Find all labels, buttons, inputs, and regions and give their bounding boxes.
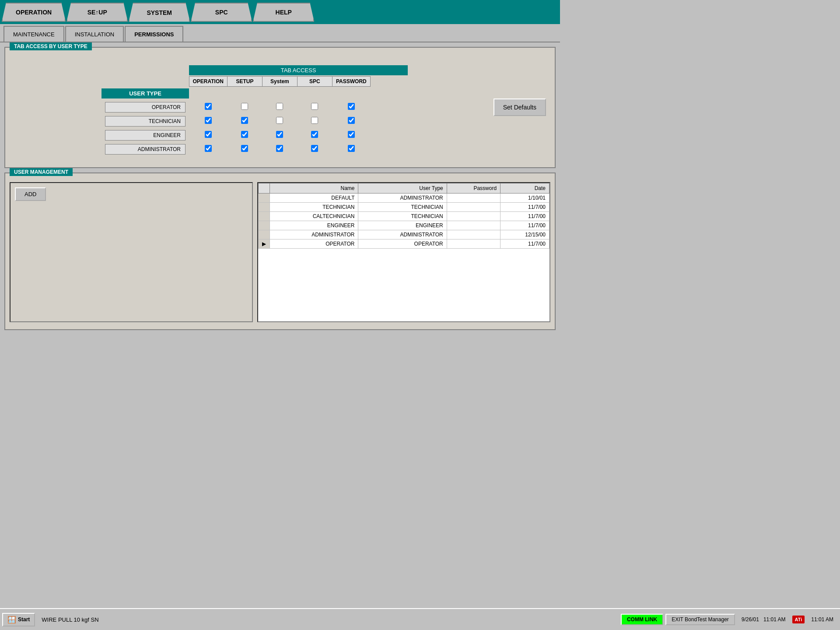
tab-help[interactable]: HELP [253, 3, 314, 22]
list-item[interactable]: TECHNICIAN TECHNICIAN 11/7/00 [259, 202, 550, 211]
user-date-2: 11/7/00 [500, 211, 550, 221]
tab-access-panel-title: TAB ACCESS BY USER TYPE [10, 42, 92, 50]
technician-setup-check[interactable] [227, 114, 262, 128]
technician-password-check[interactable] [332, 114, 370, 128]
user-type-cell-admin: ADMINISTRATOR [102, 142, 189, 156]
user-password-1 [447, 202, 500, 211]
engineer-operation-check[interactable] [189, 128, 227, 142]
col-header-name: Name [270, 183, 358, 193]
user-date-5: 11/7/00 [500, 239, 550, 248]
second-navigation: MAINTENANCE INSTALLATION PERMISSIONS [0, 24, 560, 42]
empty-cell [102, 77, 189, 87]
engineer-spc-check[interactable] [297, 128, 332, 142]
col-header-indicator [259, 183, 270, 193]
user-type-cell-engineer: ENGINEER [102, 128, 189, 142]
engineer-setup-check[interactable] [227, 128, 262, 142]
engineer-password-check[interactable] [332, 128, 370, 142]
tab-access-right: TAB ACCESS OPERATION SETUP System SPC PA… [102, 65, 480, 156]
user-date-1: 11/7/00 [500, 202, 550, 211]
user-password-0 [447, 193, 500, 202]
user-type-cell-technician: TECHNICIAN [102, 114, 189, 128]
col-header-date: Date [500, 183, 550, 193]
user-password-5 [447, 239, 500, 248]
technician-system-check[interactable] [262, 114, 297, 128]
set-defaults-container: Set Defaults [480, 65, 546, 92]
admin-system-check[interactable] [262, 142, 297, 156]
admin-setup-check[interactable] [227, 142, 262, 156]
user-date-3: 11/7/00 [500, 221, 550, 230]
tab-setup[interactable]: SE↑UP [66, 3, 128, 22]
top-navigation: OPERATION SE↑UP SYSTEM SPC HELP [0, 0, 560, 24]
list-item[interactable]: CALTECHNICIAN TECHNICIAN 11/7/00 [259, 211, 550, 221]
user-type-row: USER TYPE [102, 87, 370, 100]
tab-operation[interactable]: OPERATION [2, 3, 66, 22]
row-indicator-4 [259, 230, 270, 239]
col-header-setup: SETUP [227, 77, 262, 87]
tab-permissions[interactable]: PERMISSIONS [125, 26, 183, 42]
technician-operation-check[interactable] [189, 114, 227, 128]
engineer-system-check[interactable] [262, 128, 297, 142]
user-password-4 [447, 230, 500, 239]
table-row: ADMINISTRATOR [102, 142, 370, 156]
operator-spc-check[interactable] [297, 100, 332, 114]
admin-spc-check[interactable] [297, 142, 332, 156]
user-name-2: CALTECHNICIAN [270, 211, 358, 221]
user-type-3: ENGINEER [358, 221, 447, 230]
add-button[interactable]: ADD [15, 187, 46, 201]
user-date-4: 12/15/00 [500, 230, 550, 239]
row-indicator-0 [259, 193, 270, 202]
operator-setup-check[interactable] [227, 100, 262, 114]
operator-label: OPERATOR [105, 102, 186, 113]
user-management-layout: ADD Name User Type Password Date [10, 182, 550, 322]
user-management-panel-title: USER MANAGEMENT [10, 168, 73, 176]
row-indicator-1 [259, 202, 270, 211]
user-type-0: ADMINISTRATOR [358, 193, 447, 202]
tab-access-section: TAB ACCESS OPERATION SETUP System SPC PA… [10, 61, 550, 161]
col-header-operation: OPERATION [189, 77, 227, 87]
user-management-panel: USER MANAGEMENT ADD Name User Type Passw… [4, 172, 556, 330]
main-content: TAB ACCESS BY USER TYPE TAB ACCESS OPERA… [0, 42, 560, 398]
admin-operation-check[interactable] [189, 142, 227, 156]
tab-access-panel: TAB ACCESS BY USER TYPE TAB ACCESS OPERA… [4, 47, 556, 168]
tab-maintenance[interactable]: MAINTENANCE [4, 26, 64, 42]
list-item[interactable]: ADMINISTRATOR ADMINISTRATOR 12/15/00 [259, 230, 550, 239]
tab-installation[interactable]: INSTALLATION [65, 26, 124, 42]
technician-label: TECHNICIAN [105, 116, 186, 127]
arrow-indicator-5: ▶ [262, 241, 266, 247]
user-name-3: ENGINEER [270, 221, 358, 230]
list-item[interactable]: ▶ OPERATOR OPERATOR 11/7/00 [259, 239, 550, 248]
col-header-spc: SPC [297, 77, 332, 87]
user-name-0: DEFAULT [270, 193, 358, 202]
user-type-label-cell: USER TYPE [102, 87, 189, 100]
row-indicator-5: ▶ [259, 239, 270, 248]
user-password-2 [447, 211, 500, 221]
list-item[interactable]: ENGINEER ENGINEER 11/7/00 [259, 221, 550, 230]
row-indicator-3 [259, 221, 270, 230]
left-panel: ADD [10, 182, 253, 322]
tab-spc[interactable]: SPC [191, 3, 252, 22]
row-indicator-2 [259, 211, 270, 221]
table-header-row: Name User Type Password Date [259, 183, 550, 193]
list-item[interactable]: DEFAULT ADMINISTRATOR 1/10/01 [259, 193, 550, 202]
set-defaults-button[interactable]: Set Defaults [494, 99, 546, 116]
operator-password-check[interactable] [332, 100, 370, 114]
user-type-header: USER TYPE [102, 88, 189, 99]
user-name-5: OPERATOR [270, 239, 358, 248]
users-table: Name User Type Password Date DEFAULT ADM… [258, 183, 550, 249]
user-type-1: TECHNICIAN [358, 202, 447, 211]
user-name-4: ADMINISTRATOR [270, 230, 358, 239]
user-name-1: TECHNICIAN [270, 202, 358, 211]
tab-access-header: TAB ACCESS [189, 65, 408, 75]
admin-label: ADMINISTRATOR [105, 144, 186, 155]
col-header-system: System [262, 77, 297, 87]
engineer-label: ENGINEER [105, 130, 186, 141]
technician-spc-check[interactable] [297, 114, 332, 128]
table-row: ENGINEER [102, 128, 370, 142]
user-type-2: TECHNICIAN [358, 211, 447, 221]
tab-system[interactable]: SYSTEM [129, 3, 190, 22]
operator-operation-check[interactable] [189, 100, 227, 114]
operator-system-check[interactable] [262, 100, 297, 114]
user-type-cell-operator: OPERATOR [102, 100, 189, 114]
permissions-table: OPERATION SETUP System SPC PASSWORD [102, 76, 371, 156]
admin-password-check[interactable] [332, 142, 370, 156]
